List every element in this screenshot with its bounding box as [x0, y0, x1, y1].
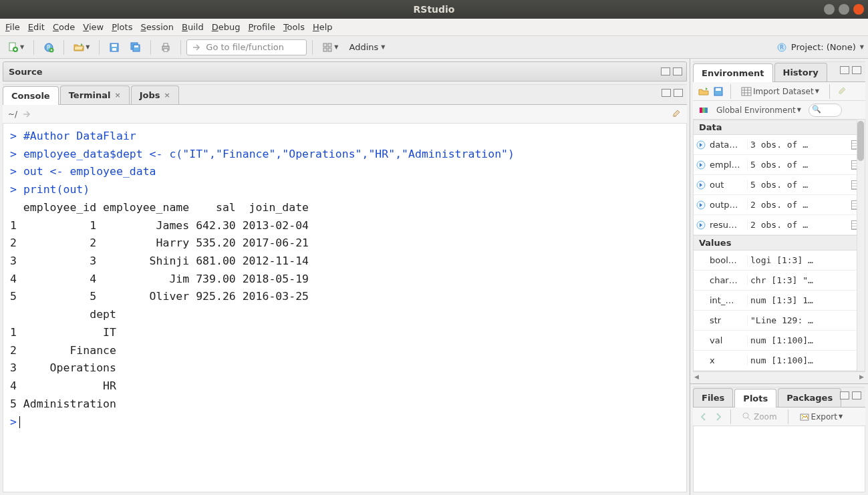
- tab-console[interactable]: Console: [3, 86, 59, 105]
- svg-rect-7: [112, 48, 116, 51]
- console-toolbar: ~/: [3, 105, 687, 124]
- scope-selector[interactable]: Global Environment▼: [713, 104, 805, 116]
- window-minimize-button[interactable]: [824, 4, 835, 15]
- goto-file-input[interactable]: Go to file/function: [186, 39, 307, 55]
- close-icon[interactable]: ×: [115, 91, 121, 100]
- close-icon[interactable]: ×: [164, 91, 170, 100]
- env-value-row[interactable]: str"Line 129: …: [694, 311, 865, 331]
- menu-plots[interactable]: Plots: [112, 22, 132, 32]
- svg-point-31: [743, 413, 748, 418]
- console-pane-maximize[interactable]: [674, 89, 683, 97]
- source-pane-minimize[interactable]: [661, 67, 670, 75]
- save-all-button[interactable]: [126, 39, 145, 55]
- menu-profile[interactable]: Profile: [248, 22, 275, 32]
- svg-text:R: R: [780, 45, 784, 51]
- plot-area: [693, 426, 865, 492]
- import-dataset-button[interactable]: Import Dataset▼: [738, 85, 823, 98]
- save-workspace-icon[interactable]: [713, 86, 724, 97]
- tab-environment[interactable]: Environment: [693, 63, 773, 82]
- svg-rect-21: [716, 88, 721, 91]
- expand-icon[interactable]: [696, 200, 706, 210]
- window-titlebar: RStudio: [0, 0, 868, 19]
- menu-build[interactable]: Build: [182, 22, 204, 32]
- window-close-button[interactable]: [853, 4, 864, 15]
- console-pane-minimize[interactable]: [662, 89, 671, 97]
- svg-rect-15: [328, 43, 331, 47]
- expand-icon[interactable]: [696, 160, 706, 170]
- console-output[interactable]: > #Author DataFlair > employee_data$dept…: [3, 124, 687, 492]
- window-title: RStudio: [0, 4, 868, 15]
- grid-icon: [741, 86, 752, 97]
- expand-icon[interactable]: [696, 180, 706, 190]
- env-data-row[interactable]: outp…2 obs. of …: [694, 195, 865, 215]
- menu-tools[interactable]: Tools: [283, 22, 305, 32]
- env-value-row[interactable]: valnum [1:100]…: [694, 331, 865, 351]
- menu-session[interactable]: Session: [140, 22, 174, 32]
- source-pane-header: Source: [3, 61, 687, 81]
- menu-help[interactable]: Help: [313, 22, 333, 32]
- env-scrollbar[interactable]: [857, 120, 865, 371]
- env-search-input[interactable]: [809, 104, 842, 117]
- plot-prev-icon[interactable]: [698, 411, 709, 422]
- tab-plots[interactable]: Plots: [734, 389, 776, 407]
- scope-icon: [698, 105, 709, 116]
- svg-rect-12: [164, 43, 168, 46]
- menu-view[interactable]: View: [83, 22, 104, 32]
- console-cursor: [19, 416, 20, 428]
- env-pane-minimize[interactable]: [840, 66, 849, 74]
- console-cwd: ~/: [8, 110, 17, 119]
- environment-list: Data data…3 obs. of … empl…5 obs. of … o…: [693, 120, 865, 371]
- tab-jobs[interactable]: Jobs×: [131, 86, 179, 104]
- svg-rect-24: [702, 108, 705, 113]
- source-pane-maximize[interactable]: [673, 67, 682, 75]
- env-value-row[interactable]: bool…logi [1:3] …: [694, 251, 865, 271]
- save-button[interactable]: [105, 39, 124, 55]
- project-selector[interactable]: R Project: (None) ▼: [776, 42, 864, 53]
- env-value-row[interactable]: int_…num [1:3] 1…: [694, 291, 865, 311]
- env-data-row[interactable]: data…3 obs. of …: [694, 135, 865, 155]
- menu-debug[interactable]: Debug: [212, 22, 241, 32]
- env-data-row[interactable]: empl…5 obs. of …: [694, 155, 865, 175]
- window-maximize-button[interactable]: [839, 4, 849, 15]
- goto-wd-icon[interactable]: [21, 109, 32, 120]
- addins-button[interactable]: Addins▼: [345, 41, 389, 53]
- expand-icon[interactable]: [696, 140, 706, 150]
- grid-button[interactable]: ▼: [318, 39, 342, 55]
- plots-pane-maximize[interactable]: [852, 391, 861, 399]
- env-hscroll[interactable]: ◀▶: [693, 371, 865, 381]
- tab-history[interactable]: History: [774, 63, 827, 81]
- env-value-row[interactable]: char…chr [1:3] "…: [694, 271, 865, 291]
- menubar: File Edit Code View Plots Session Build …: [0, 19, 868, 36]
- svg-rect-25: [705, 108, 708, 113]
- zoom-button[interactable]: Zoom: [738, 409, 781, 425]
- svg-rect-6: [112, 44, 117, 47]
- plot-next-icon[interactable]: [713, 411, 724, 422]
- plots-toolbar: Zoom Export▼: [693, 407, 865, 426]
- tab-terminal[interactable]: Terminal×: [60, 86, 130, 104]
- print-button[interactable]: [156, 39, 175, 55]
- svg-rect-17: [328, 48, 331, 51]
- new-file-button[interactable]: ▼: [4, 39, 28, 55]
- env-data-row[interactable]: resu…2 obs. of …: [694, 215, 865, 235]
- open-file-button[interactable]: ▼: [69, 39, 94, 55]
- env-data-row[interactable]: out5 obs. of …: [694, 175, 865, 195]
- plots-pane-minimize[interactable]: [840, 391, 849, 399]
- env-value-row[interactable]: xnum [1:100]…: [694, 351, 865, 371]
- menu-file[interactable]: File: [5, 22, 20, 32]
- svg-point-33: [802, 415, 803, 416]
- plots-tabstrip: Files Plots Packages: [693, 387, 865, 407]
- clear-env-button[interactable]: [837, 85, 847, 98]
- menu-code[interactable]: Code: [53, 22, 75, 32]
- env-scope-bar: Global Environment▼: [693, 101, 865, 120]
- tab-packages[interactable]: Packages: [778, 388, 841, 407]
- clear-console-button[interactable]: [671, 108, 682, 120]
- tab-files[interactable]: Files: [693, 388, 733, 407]
- main-toolbar: ▼ R ▼ Go to file/function ▼ Addins▼ R Pr…: [0, 36, 868, 59]
- load-workspace-icon[interactable]: [698, 86, 709, 97]
- env-pane-maximize[interactable]: [852, 66, 861, 74]
- env-tabstrip: Environment History: [693, 61, 865, 82]
- expand-icon[interactable]: [696, 220, 706, 230]
- menu-edit[interactable]: Edit: [28, 22, 45, 32]
- export-button[interactable]: Export▼: [795, 409, 847, 425]
- new-project-button[interactable]: R: [39, 39, 58, 55]
